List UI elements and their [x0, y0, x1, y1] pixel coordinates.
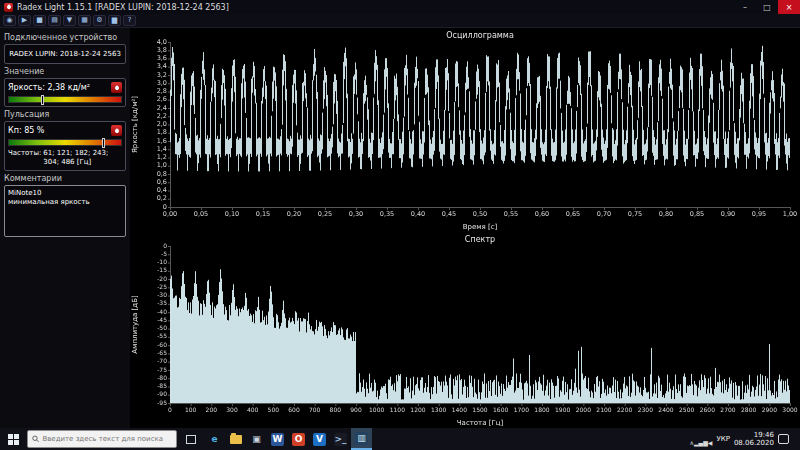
store-icon: ▣ [250, 433, 263, 446]
toolbar-stop-button[interactable]: ■ [33, 15, 46, 26]
toolbar-connect-button[interactable]: ◉ [3, 15, 16, 26]
value-box: Яркость: 2,38 кд/м² [4, 78, 126, 107]
window-title: Radex Light 1.15.1 [RADEX LUPIN: 2018-12… [17, 3, 730, 12]
charts-area [130, 28, 800, 428]
radex-light-icon: ▥ [355, 432, 368, 445]
terminal-icon: >_ [334, 433, 347, 446]
app-window: Radex Light 1.15.1 [RADEX LUPIN: 2018-12… [0, 0, 800, 450]
toolbar-report-button[interactable]: ▦ [78, 15, 91, 26]
start-button[interactable] [2, 428, 24, 450]
taskbar-app-app-red[interactable]: O [288, 428, 309, 450]
pulsation-drop-icon [111, 125, 122, 136]
app-blue-icon: V [313, 433, 326, 446]
folder-icon [230, 435, 242, 444]
pulsation-reading: Кп: 85 % [8, 126, 44, 135]
maximize-button[interactable]: □ [756, 0, 778, 14]
pulsation-marker [102, 138, 105, 148]
search-input[interactable] [42, 435, 172, 443]
toolbar-open-button[interactable]: ▤ [48, 15, 61, 26]
taskbar-app-edge[interactable]: e [204, 428, 225, 450]
network-icon[interactable]: ▂▄▆ [694, 439, 708, 446]
tray-icons: ∧▂▄▆◀ [690, 430, 713, 449]
app-red-icon: O [292, 433, 305, 446]
pulsation-scale [8, 139, 122, 146]
comment-line: минимальная яркость [8, 198, 122, 207]
title-bar: Radex Light 1.15.1 [RADEX LUPIN: 2018-12… [0, 0, 800, 14]
device-section-title: Подключенное устройство [4, 33, 126, 42]
tray-date: 08.06.2020 [734, 439, 774, 447]
taskbar-app-file-explorer[interactable] [225, 428, 246, 450]
taskbar-app-radex-light[interactable]: ▥ [351, 428, 372, 450]
frequencies-value: 61; 121; 182; 243; 304; 486 [Гц] [43, 149, 122, 167]
toolbar-settings-button[interactable]: ⚙ [93, 15, 106, 26]
brightness-drop-icon [111, 82, 122, 93]
comments-field[interactable]: MiNote10 минимальная яркость [4, 185, 126, 237]
frequencies-label: Частоты: [8, 149, 41, 167]
comment-line: MiNote10 [8, 189, 122, 198]
value-section-title: Значение [4, 67, 126, 76]
brightness-marker [41, 95, 44, 105]
edge-icon: e [208, 433, 221, 446]
device-selector[interactable]: RADEX LUPIN: 2018-12-24 2563 [4, 44, 126, 64]
brightness-scale [8, 96, 122, 103]
minimize-button[interactable]: – [734, 0, 756, 14]
windows-logo-icon [8, 434, 19, 445]
taskbar-apps: e▣WOV>_▥ [204, 428, 372, 450]
action-center-icon[interactable] [778, 434, 789, 444]
clock[interactable]: 19:46 08.06.2020 [734, 431, 774, 448]
main-content: Подключенное устройство RADEX LUPIN: 201… [0, 28, 800, 428]
taskbar: e▣WOV>_▥ ∧▂▄▆◀ УКР 19:46 08.06.2020 [0, 428, 800, 450]
app-icon [4, 3, 13, 12]
toolbar-chart-button[interactable]: ▆ [108, 15, 121, 26]
taskbar-app-store[interactable]: ▣ [246, 428, 267, 450]
search-icon [32, 435, 39, 443]
pulsation-section-title: Пульсация [4, 110, 126, 119]
taskbar-app-app-blue[interactable]: V [309, 428, 330, 450]
tray-time: 19:46 [734, 431, 774, 439]
toolbar: ◉▶■▤▼▦⚙▆? [0, 14, 800, 28]
brightness-reading: Яркость: 2,38 кд/м² [8, 83, 90, 92]
oscillogram-chart [130, 28, 800, 232]
toolbar-help-button[interactable]: ? [123, 15, 136, 26]
toolbar-start-button[interactable]: ▶ [18, 15, 31, 26]
pulsation-box: Кп: 85 % Частоты: 61; 121; 182; 243; 304… [4, 121, 126, 171]
volume-icon[interactable]: ◀ [708, 439, 713, 446]
task-view-button[interactable] [180, 428, 201, 450]
comments-section-title: Комментарии [4, 174, 126, 183]
taskbar-app-word[interactable]: W [267, 428, 288, 450]
toolbar-save-button[interactable]: ▼ [63, 15, 76, 26]
system-tray: ∧▂▄▆◀ УКР 19:46 08.06.2020 [690, 430, 798, 449]
language-indicator[interactable]: УКР [716, 435, 729, 443]
taskbar-app-terminal[interactable]: >_ [330, 428, 351, 450]
spectrum-chart [130, 232, 800, 428]
word-icon: W [271, 433, 284, 446]
task-view-icon [186, 435, 196, 444]
close-button[interactable]: × [778, 0, 800, 14]
search-box[interactable] [27, 430, 177, 448]
sidebar: Подключенное устройство RADEX LUPIN: 201… [0, 28, 130, 428]
